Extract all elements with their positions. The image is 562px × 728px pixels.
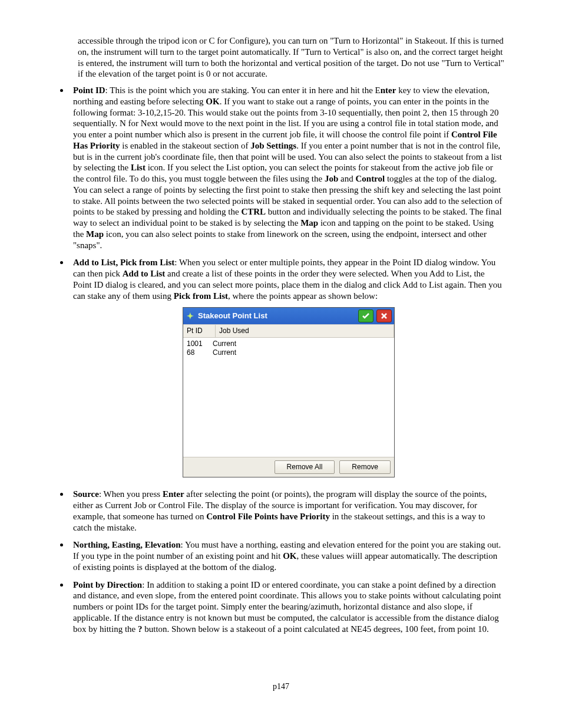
item-source: Source: When you press Enter after selec… xyxy=(70,488,504,533)
stakeout-icon: ✦ xyxy=(186,311,195,321)
item-point-id: Point ID: This is the point which you ar… xyxy=(70,84,504,251)
label-add-to-list: Add to List, Pick from List xyxy=(73,258,174,267)
bullet-list: Point ID: This is the point which you ar… xyxy=(58,84,504,634)
page-number: p147 xyxy=(58,681,504,692)
table-row[interactable]: 68 Current xyxy=(187,348,391,357)
ok-button[interactable] xyxy=(358,309,373,322)
close-button[interactable] xyxy=(376,309,392,322)
table-header: Pt ID Job Used xyxy=(183,324,394,338)
label-northing-easting-elevation: Northing, Easting, Elevation xyxy=(73,540,181,549)
item-add-to-list: Add to List, Pick from List: When you se… xyxy=(70,256,504,477)
dialog-titlebar: ✦ Stakeout Point List xyxy=(183,308,394,324)
item-northing-easting-elevation: Northing, Easting, Elevation: You must h… xyxy=(70,539,504,572)
col-ptid: Pt ID xyxy=(183,325,216,338)
table-body[interactable]: 1001 Current 68 Current xyxy=(183,338,394,457)
dialog-footer: Remove All Remove xyxy=(183,457,394,477)
remove-all-button[interactable]: Remove All xyxy=(275,460,335,474)
col-jobused: Job Used xyxy=(216,325,394,338)
label-point-by-direction: Point by Direction xyxy=(73,580,142,589)
dialog-title-text: Stakeout Point List xyxy=(198,311,267,321)
table-row[interactable]: 1001 Current xyxy=(187,340,391,348)
label-source: Source xyxy=(73,489,99,499)
label-point-id: Point ID xyxy=(73,85,105,95)
stakeout-point-list-dialog: ✦ Stakeout Point List Pt ID Job Used xyxy=(183,307,395,477)
intro-paragraph: accessible through the tripod icon or C … xyxy=(78,35,504,80)
remove-button[interactable]: Remove xyxy=(339,460,391,474)
item-point-by-direction: Point by Direction: In addition to staki… xyxy=(70,579,504,635)
